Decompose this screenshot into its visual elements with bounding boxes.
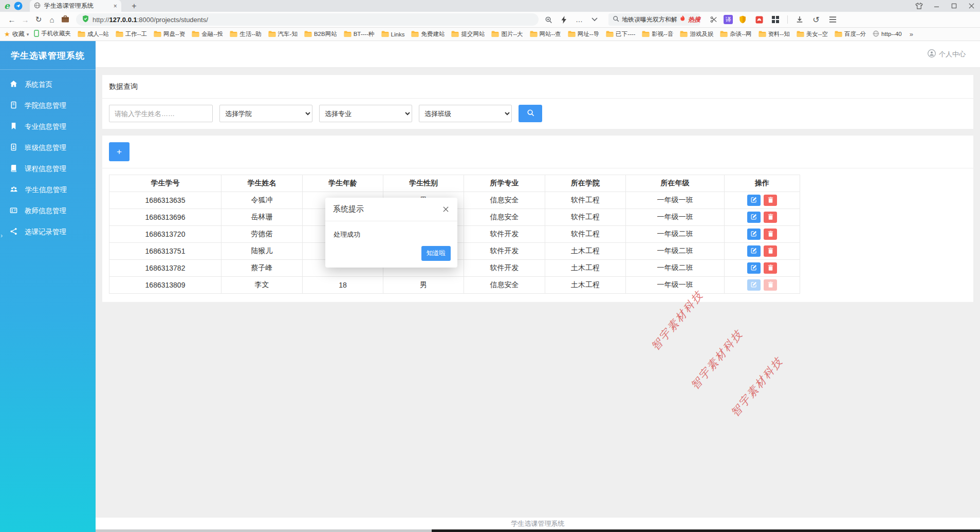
- bookmark-item[interactable]: 工作--工: [116, 30, 147, 38]
- bookmark-label: 杂谈--网: [730, 30, 751, 38]
- delete-button[interactable]: [764, 279, 777, 291]
- delete-button[interactable]: [764, 245, 777, 257]
- tab-close-icon[interactable]: ×: [114, 3, 117, 10]
- chevron-down-icon[interactable]: [588, 13, 601, 26]
- scissors-icon[interactable]: [707, 13, 720, 26]
- bookmark-item[interactable]: 游戏及娱: [680, 30, 713, 38]
- address-bar[interactable]: http://127.0.0.1:8000/projects/students/: [76, 13, 539, 26]
- sidebar-item-student[interactable]: 学生信息管理: [0, 179, 96, 200]
- forward-button[interactable]: →: [19, 15, 32, 24]
- download-icon[interactable]: [793, 13, 806, 26]
- edit-button[interactable]: [747, 195, 761, 206]
- sidebar-item-college[interactable]: 学院信息管理: [0, 95, 96, 116]
- header-student-name: 学生姓名: [221, 175, 303, 192]
- search-button[interactable]: [519, 105, 542, 122]
- delete-button[interactable]: [764, 195, 777, 206]
- bookmark-item[interactable]: B2B网站: [304, 30, 337, 38]
- home-icon: [10, 80, 17, 89]
- bookmark-item[interactable]: 汽车-知: [268, 30, 298, 38]
- bookmark-label: 工作--工: [125, 30, 147, 38]
- class-select[interactable]: 选择班级: [419, 105, 512, 122]
- bookmarks-list: 手机收藏夹成人--站工作--工网盘--资金融--投生活--助汽车-知B2B网站B…: [34, 30, 909, 39]
- bookmark-item[interactable]: 生活--助: [230, 30, 261, 38]
- undo-icon[interactable]: ↺: [809, 13, 823, 26]
- home-button[interactable]: ⌂: [45, 15, 59, 24]
- folder-icon: [230, 31, 237, 38]
- caret-down-icon[interactable]: ▾: [27, 32, 29, 37]
- apps-grid-icon[interactable]: [769, 13, 782, 26]
- sidebar-item-course[interactable]: 课程信息管理: [0, 158, 96, 179]
- quick-access-lightning-icon[interactable]: [557, 13, 570, 26]
- sidebar-item-enrollment[interactable]: 选课记录管理: [0, 221, 96, 242]
- bookmark-item[interactable]: 百度--分: [835, 30, 866, 38]
- folder-icon: [491, 31, 499, 38]
- college-select[interactable]: 选择学院: [219, 105, 312, 122]
- sidebar-collapse-handle[interactable]: ›: [1, 232, 3, 239]
- game-center-icon[interactable]: [752, 13, 766, 26]
- favorites-button[interactable]: 收藏: [12, 30, 25, 39]
- sidebar-item-class[interactable]: 班级信息管理: [0, 137, 96, 158]
- translate-icon[interactable]: 译: [724, 15, 733, 24]
- bookmark-item[interactable]: 美女--空: [797, 30, 828, 38]
- search-bar[interactable]: 地铁误曝光双方和解 热搜: [608, 13, 700, 26]
- delete-button[interactable]: [764, 212, 777, 223]
- messenger-icon[interactable]: [14, 2, 23, 10]
- close-window-button[interactable]: [963, 0, 980, 12]
- delete-button[interactable]: [764, 229, 777, 240]
- shield-extension-icon[interactable]: [736, 13, 749, 26]
- folder-icon: [451, 31, 459, 38]
- folder-icon: [268, 31, 276, 38]
- zoom-page-icon[interactable]: [542, 13, 555, 26]
- minimize-button[interactable]: [928, 0, 945, 12]
- reload-button[interactable]: ↻: [32, 15, 45, 24]
- bookmark-item[interactable]: 杂谈--网: [720, 30, 751, 38]
- edit-button[interactable]: [747, 245, 761, 257]
- new-tab-button[interactable]: +: [128, 2, 140, 11]
- bookmark-item[interactable]: http--40: [873, 30, 902, 38]
- bookmark-item[interactable]: 影视--音: [642, 30, 673, 38]
- bookmark-item[interactable]: 成人--站: [78, 30, 109, 38]
- student-name-input[interactable]: [109, 105, 213, 122]
- add-student-button[interactable]: +: [109, 142, 130, 161]
- browser-tab-bar: e 学生选课管理系统 × +: [0, 0, 980, 12]
- more-tools-icon[interactable]: …: [572, 13, 586, 26]
- tab-title: 学生选课管理系统: [44, 2, 110, 10]
- site-shield-icon: [82, 15, 89, 25]
- major-select[interactable]: 选择专业: [319, 105, 412, 122]
- bookmarks-overflow-button[interactable]: »: [910, 30, 913, 38]
- edit-button[interactable]: [747, 279, 761, 291]
- user-center-link[interactable]: 个人中心: [939, 50, 966, 59]
- header-age: 学生年龄: [303, 175, 383, 192]
- sidebar-item-home[interactable]: 系统首页: [0, 74, 96, 95]
- maximize-button[interactable]: [945, 0, 963, 12]
- sidebar-item-teacher[interactable]: 教师信息管理: [0, 200, 96, 221]
- bookmark-item[interactable]: 网盘--资: [154, 30, 185, 38]
- dialog-confirm-button[interactable]: 知道啦: [421, 246, 451, 261]
- edit-button[interactable]: [747, 229, 761, 240]
- bookmark-item[interactable]: BT----种: [344, 30, 375, 38]
- theme-shirt-icon[interactable]: [910, 0, 928, 12]
- delete-button[interactable]: [764, 262, 777, 274]
- briefcase-icon[interactable]: [59, 15, 72, 24]
- folder-icon: [192, 31, 199, 38]
- dialog-close-icon[interactable]: [442, 205, 450, 213]
- bookmark-label: 影视--音: [652, 30, 673, 38]
- browser-tab[interactable]: 学生选课管理系统 ×: [30, 0, 121, 12]
- bookmark-item[interactable]: Links: [381, 31, 405, 38]
- bookmark-item[interactable]: 手机收藏夹: [34, 30, 71, 38]
- cell-college: 软件工程: [545, 209, 626, 226]
- back-button[interactable]: ←: [5, 15, 19, 24]
- sidebar-item-major[interactable]: 专业信息管理: [0, 116, 96, 137]
- bookmark-item[interactable]: 图片--大: [491, 30, 523, 38]
- bookmark-item[interactable]: 资料--知: [759, 30, 790, 38]
- bookmark-item[interactable]: 网址--导: [568, 30, 599, 38]
- edit-button[interactable]: [747, 212, 761, 223]
- edit-button[interactable]: [747, 262, 761, 274]
- bookmark-item[interactable]: 免费建站: [411, 30, 445, 38]
- bookmark-item[interactable]: 网站--查: [530, 30, 561, 38]
- bookmark-item[interactable]: 提交网站: [451, 30, 485, 38]
- menu-icon[interactable]: [826, 13, 839, 26]
- bookmark-item[interactable]: 已下----: [606, 30, 635, 38]
- dialog-message: 处理成功: [325, 221, 457, 246]
- bookmark-item[interactable]: 金融--投: [192, 30, 223, 38]
